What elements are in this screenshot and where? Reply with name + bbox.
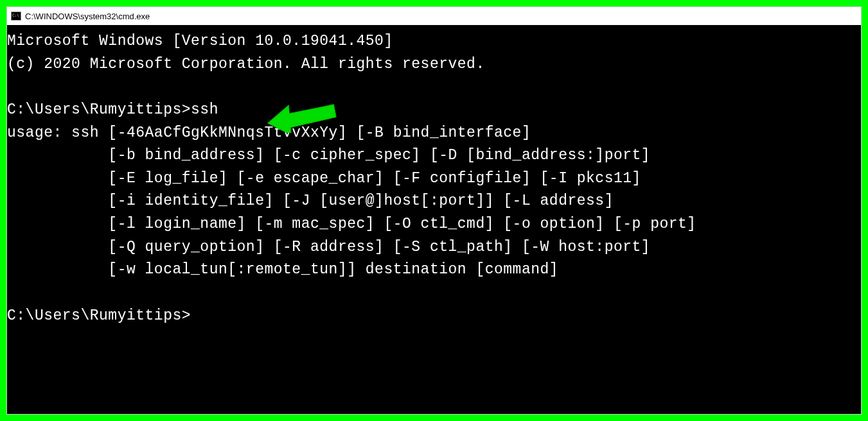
prompt-ssh-command: C:\Users\Rumyittips>ssh (7, 101, 218, 118)
cmd-window: C:\WINDOWS\system32\cmd.exe Microsoft Wi… (6, 6, 862, 415)
usage-line: [-w local_tun[:remote_tun]] destination … (7, 261, 558, 278)
usage-line: usage: ssh [-46AaCfGgKkMNnqsTtVvXxYy] [-… (7, 125, 531, 141)
terminal-area[interactable]: Microsoft Windows [Version 10.0.19041.45… (7, 25, 861, 414)
prompt-empty: C:\Users\Rumyittips> (7, 307, 191, 324)
terminal-output: Microsoft Windows [Version 10.0.19041.45… (7, 30, 861, 327)
usage-line: [-i identity_file] [-J [user@]host[:port… (7, 193, 614, 209)
usage-line: [-Q query_option] [-R address] [-S ctl_p… (7, 239, 650, 255)
cmd-icon (11, 12, 21, 21)
titlebar-text: C:\WINDOWS\system32\cmd.exe (25, 12, 150, 21)
usage-line: [-b bind_address] [-c cipher_spec] [-D [… (7, 147, 650, 164)
usage-line: [-l login_name] [-m mac_spec] [-O ctl_cm… (7, 216, 696, 232)
copyright-line: (c) 2020 Microsoft Corporation. All righ… (7, 56, 485, 73)
version-line: Microsoft Windows [Version 10.0.19041.45… (7, 33, 393, 49)
titlebar[interactable]: C:\WINDOWS\system32\cmd.exe (7, 7, 861, 25)
usage-line: [-E log_file] [-e escape_char] [-F confi… (7, 170, 641, 187)
